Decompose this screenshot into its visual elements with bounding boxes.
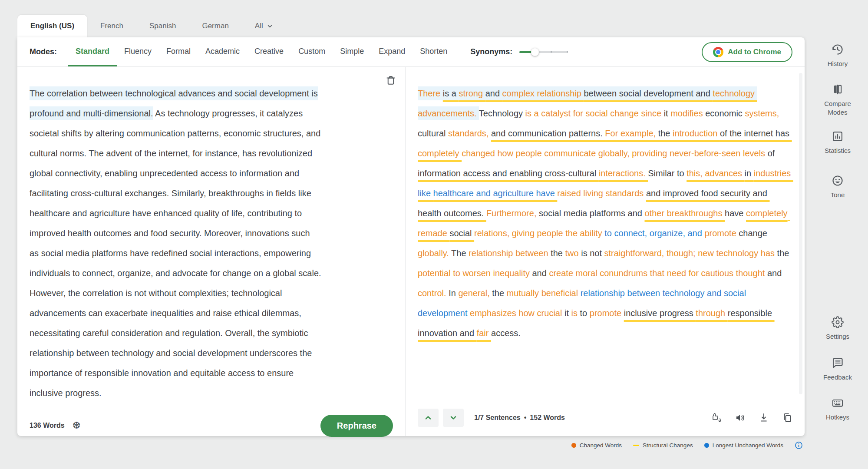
output-word-segment[interactable]: There [418,86,443,100]
output-text-area[interactable]: There is a strong and complex relationsh… [406,67,805,400]
output-word-segment[interactable]: to connect, organize, and [604,228,704,238]
tab-all-languages[interactable]: All [242,15,286,37]
output-word-segment[interactable]: and [532,268,549,278]
output-word-segment[interactable]: standards, [448,129,491,138]
output-word-segment[interactable]: globally. [418,248,451,258]
output-word-segment[interactable]: and communication patterns. [491,129,605,138]
info-icon[interactable] [795,441,803,449]
speaker-icon[interactable] [735,413,746,423]
sidebar-item-feedback[interactable]: Feedback [807,357,868,382]
output-word-segment[interactable]: industries [754,168,793,178]
download-icon[interactable] [759,413,769,423]
output-word-segment[interactable]: information access and enabling cross-cu… [418,168,599,178]
output-scrollbar[interactable] [799,73,802,394]
mode-formal[interactable]: Formal [159,37,198,66]
copy-icon[interactable] [782,413,792,423]
output-word-segment[interactable]: straightforward, though; new technology … [604,248,777,258]
sidebar-item-statistics[interactable]: Statistics [807,130,868,155]
output-word-segment[interactable]: of [768,149,777,158]
slider-thumb[interactable] [531,48,539,56]
output-word-segment[interactable]: For example, [605,129,658,138]
output-word-segment[interactable]: completely [418,149,462,158]
output-word-segment[interactable]: emphasizes how crucial [470,308,564,318]
output-word-segment[interactable]: relationship between [469,248,551,258]
output-word-segment[interactable]: Furthermore, [486,208,539,218]
mode-custom[interactable]: Custom [291,37,333,66]
sidebar-item-hotkeys[interactable]: Hotkeys [807,397,868,422]
output-word-segment[interactable]: it [664,109,671,118]
output-word-segment[interactable]: is not [581,248,604,258]
output-word-segment[interactable]: two [565,248,581,258]
next-sentence-button[interactable] [443,409,464,427]
output-word-segment[interactable]: to [580,308,590,318]
output-word-segment[interactable]: access. [491,328,521,338]
tab-french[interactable]: French [87,15,136,37]
tab-german[interactable]: German [189,15,241,37]
add-to-chrome-button[interactable]: Add to Chrome [702,42,792,62]
output-word-segment[interactable]: and [767,268,784,278]
output-word-segment[interactable]: inclusive progress [624,308,696,318]
freeze-words-icon[interactable]: ❆ [73,421,80,430]
source-text-area[interactable]: The correlation between technological ad… [17,67,405,407]
mode-creative[interactable]: Creative [247,37,291,66]
output-word-segment[interactable]: fair [477,328,491,338]
sidebar-item-compare-modes[interactable]: Compare Modes [807,83,868,117]
output-word-segment[interactable]: systems, [745,109,781,118]
mode-fluency[interactable]: Fluency [117,37,159,66]
mode-academic[interactable]: Academic [198,37,247,66]
output-word-segment[interactable]: cultural [418,129,448,138]
output-word-segment[interactable]: social media platforms and [539,208,644,218]
output-word-segment[interactable]: The [451,248,469,258]
output-word-segment[interactable]: modifies [670,109,705,118]
output-word-segment[interactable]: is [571,308,580,318]
rephrase-button[interactable]: Rephrase [320,415,393,437]
previous-sentence-button[interactable] [418,409,439,427]
output-word-segment[interactable]: raised living standards [557,188,646,198]
output-word-segment[interactable]: is a [443,86,459,100]
output-word-segment[interactable]: between social development and [584,86,713,100]
output-word-segment[interactable]: strong [459,86,485,100]
sidebar-item-history[interactable]: History [807,43,868,68]
output-word-segment[interactable]: potential to worsen inequality [418,268,532,278]
output-word-segment[interactable]: create moral conundrums that need for ca… [549,268,767,278]
mode-expand[interactable]: Expand [371,37,413,66]
source-rest-text[interactable]: As technology progresses, it catalyzes s… [30,109,321,398]
output-word-segment[interactable]: the [492,288,506,298]
output-word-segment[interactable]: healthcare and agriculture have [433,188,558,198]
sidebar-item-settings[interactable]: Settings [807,316,868,341]
mode-simple[interactable]: Simple [333,37,371,66]
output-word-segment[interactable]: Similar to [648,168,686,178]
output-word-segment[interactable]: changed how people communicate globally,… [462,149,768,158]
output-word-segment[interactable]: and [485,86,502,100]
sidebar-item-tone[interactable]: Tone [807,175,868,199]
output-word-segment[interactable]: the [658,129,673,138]
output-word-segment[interactable]: have [725,208,746,218]
output-word-segment[interactable]: control. [418,288,449,298]
output-word-segment[interactable]: complex relationship [502,86,584,100]
synonyms-slider[interactable] [519,48,568,56]
output-word-segment[interactable]: this, advances [686,168,744,178]
output-word-segment[interactable]: Technology [479,109,525,118]
output-word-segment[interactable]: introduction [673,129,720,138]
mode-standard[interactable]: Standard [68,37,117,66]
trash-icon[interactable] [385,75,396,86]
output-word-segment[interactable]: In [449,288,458,298]
output-word-segment[interactable]: is a catalyst for social change since [525,109,664,118]
output-word-segment[interactable]: other breakthroughs [644,208,725,218]
output-word-segment[interactable]: promote [590,308,624,318]
output-word-segment[interactable]: in [745,168,754,178]
output-word-segment[interactable]: technology [713,86,757,100]
output-word-segment[interactable]: the [551,248,565,258]
output-word-segment[interactable]: relations, giving people the ability [474,228,604,238]
output-word-segment[interactable]: the [777,248,792,258]
output-word-segment[interactable]: interactions. [599,168,648,178]
output-word-segment[interactable]: like [418,188,433,198]
slider-track[interactable] [519,51,568,53]
output-word-segment[interactable]: of the internet has [720,129,792,138]
source-text[interactable]: The correlation between technological ad… [30,83,321,403]
tab-spanish[interactable]: Spanish [136,15,189,37]
output-word-segment[interactable]: promote [704,228,739,238]
output-word-segment[interactable]: general, [458,288,492,298]
output-word-segment[interactable]: through [696,308,727,318]
output-word-segment[interactable]: social [449,228,474,238]
